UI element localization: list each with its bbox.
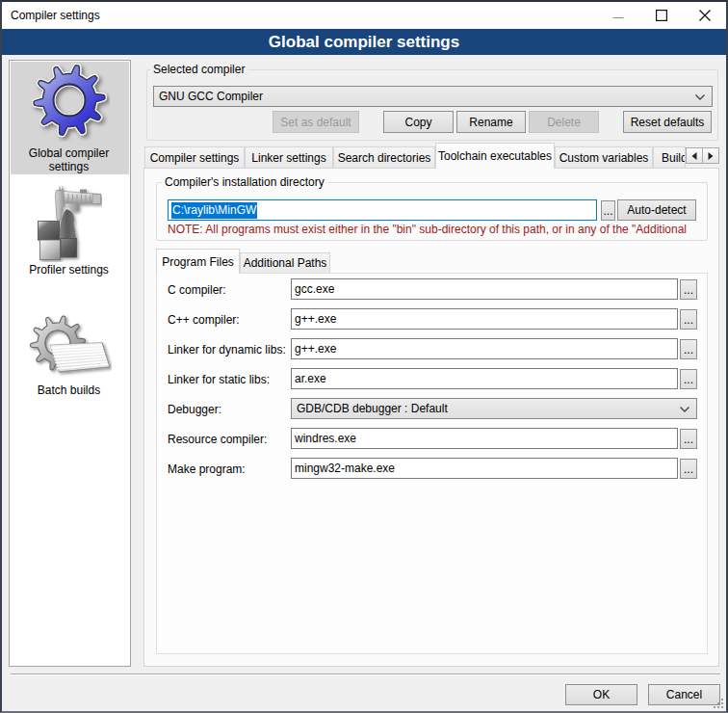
tab-toolchain-executables[interactable]: Toolchain executables bbox=[435, 143, 555, 169]
sidebar-label-global-compiler-settings[interactable]: Global compiler settings bbox=[10, 146, 128, 173]
gear-blue-icon bbox=[29, 61, 110, 142]
rename-button[interactable]: Rename bbox=[456, 111, 526, 133]
linker-dynamic-browse-button[interactable]: ... bbox=[680, 339, 697, 359]
compiler-select[interactable]: GNU GCC Compiler bbox=[153, 86, 713, 107]
linker-dynamic-label: Linker for dynamic libs: bbox=[168, 343, 286, 356]
arrow-left-icon bbox=[691, 152, 697, 160]
set-as-default-button[interactable]: Set as default bbox=[273, 111, 359, 133]
auto-detect-button[interactable]: Auto-detect bbox=[617, 199, 696, 221]
tab-scroll-left-button[interactable] bbox=[686, 147, 703, 164]
footer-separator bbox=[11, 673, 720, 675]
arrow-right-icon bbox=[708, 152, 714, 160]
resize-grip[interactable] bbox=[714, 699, 723, 708]
gear-stack-icon bbox=[29, 313, 112, 381]
install-dir-browse-button[interactable]: ... bbox=[601, 200, 615, 221]
resource-compiler-value: windres.exe bbox=[295, 432, 356, 445]
chevron-down-icon bbox=[695, 94, 705, 100]
copy-button[interactable]: Copy bbox=[383, 111, 454, 133]
subtab-additional-paths[interactable]: Additional Paths bbox=[240, 252, 330, 273]
cpp-compiler-label: C++ compiler: bbox=[168, 313, 240, 327]
make-program-browse-button[interactable]: ... bbox=[680, 459, 697, 479]
linker-static-browse-button[interactable]: ... bbox=[680, 369, 697, 389]
tab-compiler-settings[interactable]: Compiler settings bbox=[144, 146, 245, 168]
maximize-button[interactable] bbox=[639, 2, 683, 29]
install-dir-value: C:\raylib\MinGW bbox=[171, 202, 257, 219]
linker-dynamic-input[interactable]: g++.exe bbox=[291, 338, 678, 359]
delete-button[interactable]: Delete bbox=[529, 111, 599, 133]
subtab-program-files[interactable]: Program Files bbox=[156, 249, 240, 274]
installation-directory-group-label: Compiler's installation directory bbox=[162, 175, 327, 189]
selected-compiler-group-label: Selected compiler bbox=[150, 63, 247, 76]
sidebar-label-profiler-settings[interactable]: Profiler settings bbox=[10, 263, 128, 277]
sidebar-item-profiler-settings[interactable] bbox=[37, 181, 102, 262]
resource-compiler-label: Resource compiler: bbox=[168, 433, 267, 446]
chevron-down-icon bbox=[680, 407, 689, 412]
c-compiler-value: gcc.exe bbox=[295, 282, 334, 296]
tab-custom-variables[interactable]: Custom variables bbox=[555, 146, 653, 168]
close-icon bbox=[699, 10, 711, 21]
dialog-header: Global compiler settings bbox=[2, 29, 726, 55]
compiler-settings-dialog: Compiler settings Global compiler settin… bbox=[0, 0, 728, 713]
resource-compiler-browse-button[interactable]: ... bbox=[680, 429, 697, 449]
linker-static-input[interactable]: ar.exe bbox=[291, 368, 678, 389]
c-compiler-browse-button[interactable]: ... bbox=[680, 279, 697, 300]
maximize-icon bbox=[656, 10, 667, 21]
linker-dynamic-value: g++.exe bbox=[295, 342, 336, 356]
make-program-value: mingw32-make.exe bbox=[295, 462, 395, 475]
sidebar-item-global-compiler-settings[interactable] bbox=[29, 61, 110, 142]
reset-defaults-button[interactable]: Reset defaults bbox=[623, 111, 712, 133]
install-dir-input[interactable]: C:\raylib\MinGW bbox=[168, 199, 597, 221]
close-button[interactable] bbox=[683, 2, 726, 29]
resource-compiler-input[interactable]: windres.exe bbox=[291, 428, 678, 449]
make-program-input[interactable]: mingw32-make.exe bbox=[291, 458, 678, 479]
caliper-icon bbox=[37, 181, 102, 262]
minimize-icon bbox=[612, 10, 624, 21]
cpp-compiler-value: g++.exe bbox=[295, 312, 336, 326]
make-program-label: Make program: bbox=[168, 462, 246, 476]
window-title: Compiler settings bbox=[11, 9, 100, 22]
debugger-label: Debugger: bbox=[168, 403, 221, 416]
tab-scroll-right-button[interactable] bbox=[702, 147, 719, 164]
title-bar[interactable]: Compiler settings bbox=[2, 2, 726, 29]
c-compiler-label: C compiler: bbox=[168, 283, 226, 297]
minimize-button[interactable] bbox=[596, 2, 639, 29]
debugger-value: GDB/CDB debugger : Default bbox=[297, 402, 448, 415]
sidebar-label-batch-builds[interactable]: Batch builds bbox=[10, 383, 128, 397]
dialog-header-title: Global compiler settings bbox=[269, 33, 459, 52]
debugger-select[interactable]: GDB/CDB debugger : Default bbox=[291, 398, 697, 419]
tab-search-directories[interactable]: Search directories bbox=[333, 146, 435, 168]
c-compiler-input[interactable]: gcc.exe bbox=[291, 278, 678, 300]
cpp-compiler-input[interactable]: g++.exe bbox=[291, 308, 678, 330]
linker-static-value: ar.exe bbox=[295, 372, 326, 385]
note-text: NOTE: All programs must exist either in … bbox=[168, 223, 690, 236]
cancel-button[interactable]: Cancel bbox=[648, 684, 720, 705]
tab-linker-settings[interactable]: Linker settings bbox=[245, 146, 333, 168]
sidebar-item-batch-builds[interactable] bbox=[29, 313, 112, 381]
ok-button[interactable]: OK bbox=[565, 684, 637, 705]
cpp-compiler-browse-button[interactable]: ... bbox=[680, 309, 697, 330]
linker-static-label: Linker for static libs: bbox=[168, 373, 270, 386]
compiler-select-value: GNU GCC Compiler bbox=[159, 90, 263, 103]
tab-build-truncated[interactable]: Build bbox=[653, 146, 686, 168]
